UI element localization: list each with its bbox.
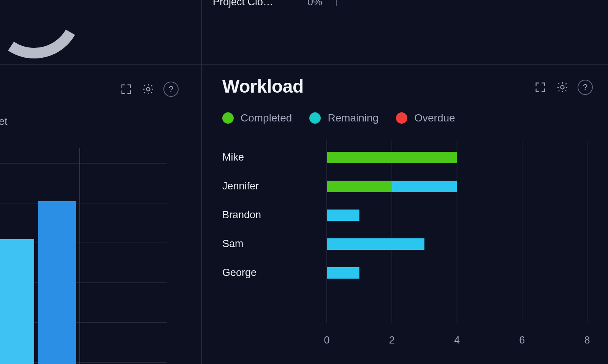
help-icon[interactable]: ? bbox=[578, 80, 593, 95]
x-tick-label: 4 bbox=[454, 334, 460, 346]
workload-legend: Completed Remaining Overdue bbox=[222, 112, 608, 124]
workload-bar-segment bbox=[327, 267, 359, 279]
help-icon[interactable]: ? bbox=[163, 82, 179, 97]
workload-panel-tools: ? bbox=[534, 80, 593, 95]
workload-row-label: Jennifer bbox=[222, 180, 259, 192]
workload-bar-segment bbox=[327, 238, 424, 250]
swatch-completed bbox=[222, 112, 234, 124]
left-panel-tools: ? bbox=[119, 82, 179, 97]
legend-remaining-label: Remaining bbox=[328, 112, 378, 124]
workload-bar-segment bbox=[327, 181, 392, 192]
svg-point-1 bbox=[146, 87, 150, 91]
project-name: Project Clo… bbox=[213, 0, 273, 8]
workload-panel: Workload ? Completed Remaining Overdue bbox=[201, 65, 608, 364]
swatch-overdue bbox=[396, 112, 407, 124]
legend-completed-label: Completed bbox=[241, 112, 292, 124]
swatch-remaining bbox=[309, 112, 321, 124]
left-panel: ? get bbox=[0, 65, 201, 364]
progress-tick bbox=[336, 0, 337, 6]
left-bar-b bbox=[38, 201, 76, 364]
x-tick-label: 0 bbox=[324, 334, 329, 346]
expand-icon[interactable] bbox=[119, 82, 133, 96]
workload-row-label: Sam bbox=[222, 238, 244, 249]
legend-overdue-label: Overdue bbox=[414, 112, 455, 124]
workload-bar-segment bbox=[327, 210, 359, 221]
left-legend-fragment: get bbox=[0, 116, 8, 128]
legend-remaining[interactable]: Remaining bbox=[309, 112, 378, 124]
top-strip: Project Clo… 0% bbox=[0, 0, 608, 65]
workload-bar-segment bbox=[327, 152, 457, 163]
legend-overdue[interactable]: Overdue bbox=[396, 112, 455, 124]
panel-divider-top bbox=[201, 0, 202, 65]
x-tick-label: 6 bbox=[519, 334, 525, 346]
donut-fragment bbox=[0, 0, 91, 68]
gear-icon[interactable] bbox=[556, 80, 569, 94]
left-bar-a bbox=[0, 239, 34, 364]
x-tick-label: 2 bbox=[389, 334, 395, 346]
gear-icon[interactable] bbox=[141, 82, 155, 96]
expand-icon[interactable] bbox=[534, 80, 547, 94]
x-tick-label: 8 bbox=[584, 334, 590, 346]
project-percent: 0% bbox=[307, 0, 322, 8]
svg-point-0 bbox=[0, 0, 91, 68]
legend-completed[interactable]: Completed bbox=[222, 112, 292, 124]
project-progress-row: Project Clo… 0% bbox=[213, 0, 337, 8]
workload-chart: 02468MikeJenniferBrandonSamGeorge bbox=[222, 140, 595, 353]
svg-point-10 bbox=[560, 85, 564, 89]
workload-row-label: Brandon bbox=[222, 209, 261, 221]
workload-row-label: Mike bbox=[222, 151, 244, 163]
workload-row-label: George bbox=[222, 267, 256, 278]
left-bar-chart bbox=[0, 148, 167, 364]
workload-bar-segment bbox=[392, 181, 457, 192]
